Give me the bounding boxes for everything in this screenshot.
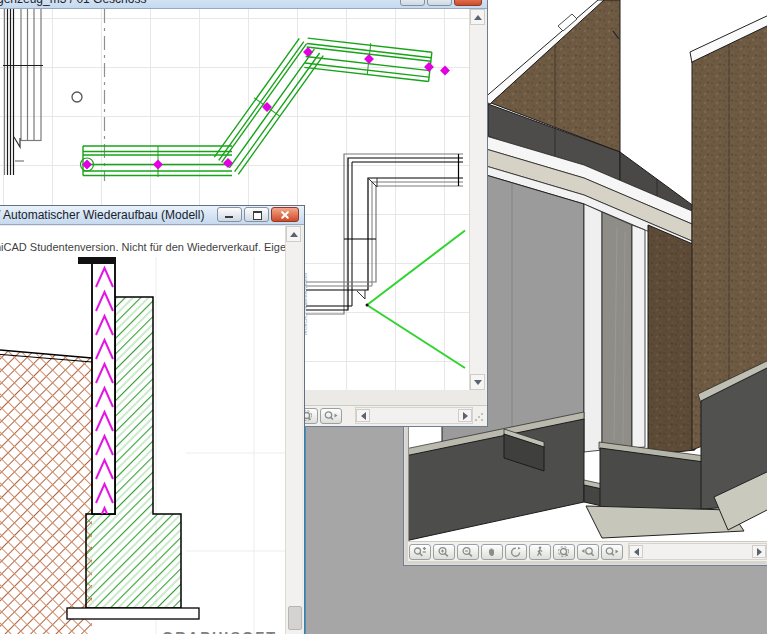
arrow-up-icon (474, 15, 482, 20)
minimize-icon (225, 216, 233, 218)
scroll-down-button[interactable] (470, 374, 485, 390)
ground-hatch (0, 349, 92, 634)
scroll-left-button[interactable] (629, 545, 643, 558)
camera-view-cone[interactable] (366, 231, 466, 369)
base-plate (67, 608, 199, 619)
close-button[interactable] (454, 0, 482, 6)
plan-vertical-scrollbar[interactable] (469, 9, 486, 390)
plan-horizontal-scrollbar[interactable] (355, 407, 473, 424)
orbit-button[interactable] (505, 544, 527, 560)
wall-drawing (306, 154, 463, 314)
section-canvas[interactable]: hiCAD Studentenversion. Nicht für den Wi… (0, 226, 302, 634)
arrow-up-icon (290, 232, 298, 237)
graphisoft-logo: GRAPHISOFT. (162, 629, 281, 634)
fit-in-window-button[interactable] (553, 544, 575, 560)
walk-button[interactable] (529, 544, 551, 560)
viewer-horizontal-scrollbar[interactable] (628, 543, 767, 560)
selected-wall[interactable] (81, 38, 432, 177)
arrow-down-icon (474, 380, 482, 385)
close-icon (280, 210, 290, 220)
scroll-right-button[interactable] (752, 545, 766, 558)
zoom-in-out-button[interactable] (409, 544, 431, 560)
arrow-left-icon (634, 548, 639, 556)
origin-circle (72, 92, 82, 102)
section-window: / Automatischer Wiederaufbau (Modell) hi… (0, 205, 305, 634)
pan-hand-button[interactable] (481, 544, 503, 560)
scroll-left-button[interactable] (356, 409, 370, 422)
section-titlebar[interactable]: / Automatischer Wiederaufbau (Modell) (0, 206, 304, 225)
resize-grip[interactable] (473, 411, 485, 423)
arrow-left-icon (361, 412, 366, 420)
scroll-up-button[interactable] (286, 226, 301, 242)
scrollbar-thumb[interactable] (288, 606, 302, 630)
scroll-right-button[interactable] (458, 409, 472, 422)
close-button[interactable] (271, 207, 299, 222)
section-drawing (0, 257, 302, 634)
restore-button[interactable] (244, 207, 269, 222)
zoom-in-button[interactable] (433, 544, 455, 560)
arrow-right-icon (463, 412, 468, 420)
section-vertical-scrollbar[interactable] (285, 226, 302, 634)
lintel-cap (78, 257, 116, 264)
next-zoom-button[interactable] (320, 408, 342, 424)
plan-titlebar[interactable]: genzeug_m3 / 01 Geschoss (0, 0, 487, 9)
maximize-button[interactable] (427, 0, 452, 6)
next-zoom-button[interactable] (601, 544, 623, 560)
arrow-right-icon (757, 548, 762, 556)
wall-vertical (3, 9, 43, 175)
zoom-out-button[interactable] (457, 544, 479, 560)
scroll-up-button[interactable] (470, 9, 485, 25)
wall-end-section (584, 204, 645, 452)
plan-window-title: genzeug_m3 / 01 Geschoss (0, 0, 146, 6)
previous-zoom-button[interactable] (577, 544, 599, 560)
viewer-toolbar (408, 541, 767, 561)
restore-icon (253, 211, 262, 220)
minimize-button[interactable] (400, 0, 425, 6)
student-version-watermark: hiCAD Studentenversion. Nicht für den Wi… (0, 241, 302, 253)
section-window-title: / Automatischer Wiederaufbau (Modell) (0, 208, 204, 222)
minimize-button[interactable] (217, 207, 242, 222)
archicad-workspace: genzeug_m3 / 01 Geschoss (0, 0, 767, 634)
